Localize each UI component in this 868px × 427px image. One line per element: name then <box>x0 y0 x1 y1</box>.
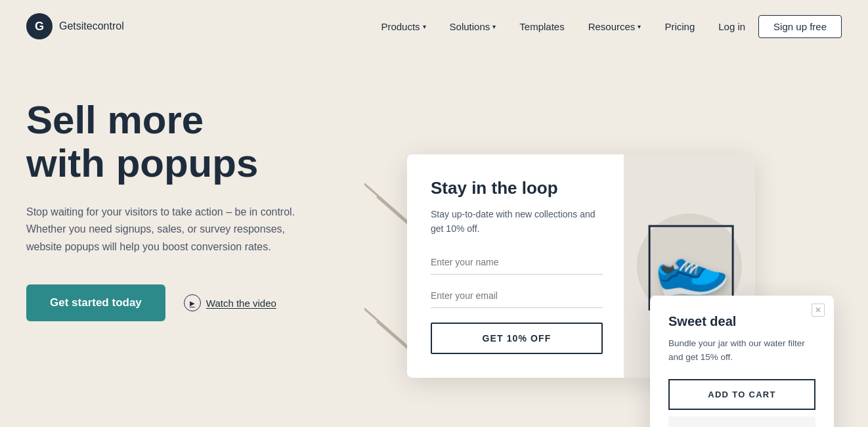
add-to-cart-button[interactable]: ADD TO CART <box>668 379 815 410</box>
popup-email-input[interactable] <box>431 284 603 308</box>
popup-newsletter-description: Stay up-to-date with new collections and… <box>431 208 603 236</box>
nav-item-resources[interactable]: Resources ▾ <box>588 21 641 32</box>
hero-actions: Get started today ▶ Watch the video <box>26 284 368 321</box>
navbar: G Getsitecontrol Products ▾ Solutions ▾ … <box>0 0 868 53</box>
popup-newsletter-title: Stay in the loop <box>431 178 603 198</box>
chevron-down-icon: ▾ <box>638 23 641 30</box>
popup-secondary-title: Sweet deal <box>668 314 815 329</box>
watch-video-button[interactable]: ▶ Watch the video <box>184 294 276 311</box>
play-icon: ▶ <box>184 294 201 311</box>
logo-area[interactable]: G Getsitecontrol <box>26 13 124 39</box>
popup-sweet-deal: ✕ Sweet deal Bundle your jar with our wa… <box>650 296 834 427</box>
popup-discount-button[interactable]: GET 10% OFF <box>431 323 603 354</box>
popup-name-input[interactable] <box>431 250 603 275</box>
hero-title: Sell more with popups <box>26 99 368 185</box>
nav-item-pricing[interactable]: Pricing <box>664 21 695 32</box>
no-thanks-button[interactable]: NO, THANKS <box>668 416 815 427</box>
nav-item-templates[interactable]: Templates <box>519 21 564 32</box>
nav-label-products: Products <box>381 21 420 32</box>
watch-video-label: Watch the video <box>206 298 276 309</box>
nav-links: Products ▾ Solutions ▾ Templates Resourc… <box>381 21 695 32</box>
chevron-down-icon: ▾ <box>423 23 426 30</box>
hero-subtitle: Stop waiting for your visitors to take a… <box>26 204 302 256</box>
nav-label-resources: Resources <box>588 21 636 32</box>
popup-newsletter-content: Stay in the loop Stay up-to-date with ne… <box>407 154 624 378</box>
nav-label-pricing: Pricing <box>664 21 695 32</box>
nav-item-solutions[interactable]: Solutions ▾ <box>450 21 496 32</box>
signup-button[interactable]: Sign up free <box>758 15 842 38</box>
hero-text: Sell more with popups Stop waiting for y… <box>26 79 368 427</box>
nav-item-products[interactable]: Products ▾ <box>381 21 425 32</box>
popup-secondary-description: Bundle your jar with our water filter an… <box>668 337 815 365</box>
get-started-button[interactable]: Get started today <box>26 284 165 321</box>
brand-name: Getsitecontrol <box>59 20 124 32</box>
nav-label-templates: Templates <box>519 21 564 32</box>
nav-label-solutions: Solutions <box>450 21 490 32</box>
chevron-down-icon: ▾ <box>492 23 496 30</box>
nav-actions: Log in Sign up free <box>718 15 842 38</box>
hero-section: Sell more with popups Stop waiting for y… <box>0 53 868 427</box>
logo-icon: G <box>26 13 53 39</box>
login-button[interactable]: Log in <box>718 21 745 32</box>
popup-secondary-close-button[interactable]: ✕ <box>812 303 825 317</box>
